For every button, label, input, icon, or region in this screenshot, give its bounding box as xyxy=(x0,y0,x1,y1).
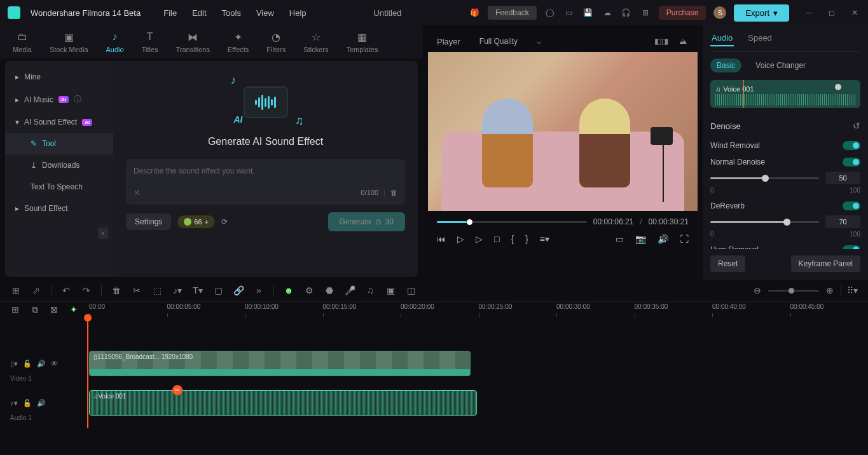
sidebar-item-downloads[interactable]: ⤓Downloads xyxy=(5,154,113,176)
credits-badge[interactable]: 66+ xyxy=(177,215,215,228)
cut-marker-icon[interactable]: ✂ xyxy=(172,385,183,395)
tab-stock-media[interactable]: ▣Stock Media xyxy=(50,31,88,53)
dereverb-toggle[interactable] xyxy=(843,201,860,210)
dereverb-slider[interactable] xyxy=(710,221,819,223)
sidebar-item-ai-sound-effect[interactable]: ▾AI Sound EffectAI xyxy=(5,111,113,133)
normal-denoise-value[interactable]: 50 xyxy=(825,172,860,184)
tab-audio[interactable]: ♪Audio xyxy=(106,31,124,53)
timeline-ruler[interactable]: 00:00 00:00:05:00 00:00:10:00 00:00:15:0… xyxy=(89,302,868,317)
mark-out-icon[interactable]: } xyxy=(525,234,528,244)
hum-removal-toggle[interactable] xyxy=(843,245,860,249)
view-options-icon[interactable]: ⠿▾ xyxy=(846,285,858,295)
gift-icon[interactable]: 🎁 xyxy=(469,7,480,18)
next-frame-icon[interactable]: ▷ xyxy=(476,234,483,244)
player-video[interactable] xyxy=(428,52,698,211)
record-icon[interactable]: ◯ xyxy=(544,7,556,18)
tab-stickers[interactable]: ☆Stickers xyxy=(303,31,328,53)
frame-icon[interactable]: ▢ xyxy=(212,285,224,295)
stop-icon[interactable]: □ xyxy=(494,234,499,244)
menu-file[interactable]: File xyxy=(163,8,177,18)
tab-speed-props[interactable]: Speed xyxy=(747,31,773,46)
tab-templates[interactable]: ▦Templates xyxy=(346,31,378,53)
sidebar-item-tool[interactable]: ✎Tool xyxy=(5,133,113,154)
normal-denoise-toggle[interactable] xyxy=(843,158,860,166)
undo-icon[interactable]: ↶ xyxy=(60,285,72,295)
playhead[interactable] xyxy=(87,318,88,428)
overlay-icon[interactable]: ▣ xyxy=(385,285,396,295)
visibility-icon[interactable]: 👁 xyxy=(51,360,58,368)
feedback-button[interactable]: Feedback xyxy=(488,6,537,20)
marker-icon[interactable]: ⬣ xyxy=(324,285,335,295)
mark-in-icon[interactable]: { xyxy=(511,234,514,244)
zoom-in-icon[interactable]: ⊕ xyxy=(824,285,836,295)
menu-edit[interactable]: Edit xyxy=(192,8,206,18)
trash-icon[interactable]: 🗑 xyxy=(390,189,397,196)
dereverb-value[interactable]: 70 xyxy=(825,215,860,228)
close-icon[interactable]: ✕ xyxy=(849,7,860,18)
magnet-icon[interactable]: ⊠ xyxy=(49,304,60,315)
settings-button[interactable]: Settings xyxy=(126,214,171,230)
play-icon[interactable]: ▷ xyxy=(457,234,464,244)
mute-icon[interactable]: 🔊 xyxy=(37,360,46,368)
sidebar-item-mine[interactable]: ▸Mine xyxy=(5,66,113,88)
purchase-button[interactable]: Purchase xyxy=(659,6,706,20)
delete-icon[interactable]: 🗑 xyxy=(111,285,122,295)
menu-help[interactable]: Help xyxy=(289,8,307,18)
clip-preview[interactable]: ♫Voice 001 xyxy=(710,80,860,108)
more-icon[interactable]: » xyxy=(253,285,265,295)
minimize-icon[interactable]: ─ xyxy=(803,7,815,18)
tab-titles[interactable]: TTitles xyxy=(142,31,158,53)
zoom-out-icon[interactable]: ⊖ xyxy=(752,285,763,295)
prev-frame-icon[interactable]: ⏮ xyxy=(437,234,446,244)
prompt-input[interactable]: Describe the sound effect you want. xyxy=(134,166,397,175)
maximize-icon[interactable]: ◻ xyxy=(826,7,837,18)
collapse-sidebar-icon[interactable]: ‹ xyxy=(98,228,108,239)
monitor-icon[interactable]: ▭ xyxy=(616,234,624,244)
headphones-icon[interactable]: 🎧 xyxy=(621,7,632,18)
grid-icon[interactable]: ⊞ xyxy=(10,285,22,295)
menu-tools[interactable]: Tools xyxy=(222,8,241,18)
audio-clip[interactable]: ♫ Voice 001 xyxy=(89,390,477,416)
link-icon[interactable]: 🔗 xyxy=(233,285,244,295)
text-tool-icon[interactable]: T▾ xyxy=(192,285,203,295)
audio-track-icon[interactable]: ♪▾ xyxy=(10,399,18,407)
tab-audio-props[interactable]: Audio xyxy=(710,31,734,46)
normal-denoise-slider[interactable] xyxy=(710,177,819,179)
reset-button[interactable]: Reset xyxy=(710,255,745,272)
video-track-icon[interactable]: ▯▾ xyxy=(10,360,18,368)
ai-avatar-icon[interactable]: ☻ xyxy=(283,285,294,295)
avatar[interactable]: S xyxy=(713,6,726,19)
keyframe-panel-button[interactable]: Keyframe Panel xyxy=(791,255,860,272)
export-button[interactable]: Export ▾ xyxy=(734,4,789,22)
audio-edit-icon[interactable]: ♪▾ xyxy=(172,285,183,295)
sidebar-item-sound-effect[interactable]: ▸Sound Effect xyxy=(5,198,113,219)
apps-icon[interactable]: ⊞ xyxy=(640,7,651,18)
subtab-voice-changer[interactable]: Voice Changer xyxy=(749,58,812,72)
menu-view[interactable]: View xyxy=(256,8,274,18)
subtab-basic[interactable]: Basic xyxy=(710,58,741,72)
lock-icon[interactable]: 🔓 xyxy=(23,360,32,368)
pip-icon[interactable]: ◫ xyxy=(405,285,417,295)
camera-icon[interactable]: 📷 xyxy=(635,234,646,244)
shuffle-icon[interactable]: ⤭ xyxy=(134,188,140,197)
player-progress[interactable] xyxy=(437,221,587,223)
cut-icon[interactable]: ✂ xyxy=(131,285,142,295)
add-track-icon[interactable]: ⊞ xyxy=(10,304,21,315)
mic-icon[interactable]: 🎤 xyxy=(344,285,355,295)
redo-icon[interactable]: ↷ xyxy=(81,285,92,295)
cloud-icon[interactable]: ☁ xyxy=(602,7,613,18)
lock-icon[interactable]: 🔓 xyxy=(23,399,32,407)
snapshot-icon[interactable]: ⛰ xyxy=(677,36,689,47)
reset-section-icon[interactable]: ↺ xyxy=(853,121,860,131)
pointer-icon[interactable]: ⬀ xyxy=(31,285,42,295)
sidebar-item-ai-music[interactable]: ▸AI MusicAIⓘ xyxy=(5,88,113,111)
compare-icon[interactable]: ◧◨ xyxy=(656,36,667,47)
crop-icon[interactable]: ⬚ xyxy=(151,285,163,295)
zoom-slider[interactable] xyxy=(768,290,819,292)
tab-filters[interactable]: ◔Filters xyxy=(266,31,286,53)
save-icon[interactable]: 💾 xyxy=(582,7,594,18)
video-clip[interactable]: ▯ 1115096_Broadcast... 1920x1080 xyxy=(89,351,471,376)
volume-icon[interactable]: 🔊 xyxy=(658,234,668,244)
tab-transitions[interactable]: ⧓Transitions xyxy=(176,31,210,53)
mute-icon[interactable]: 🔊 xyxy=(37,399,46,407)
